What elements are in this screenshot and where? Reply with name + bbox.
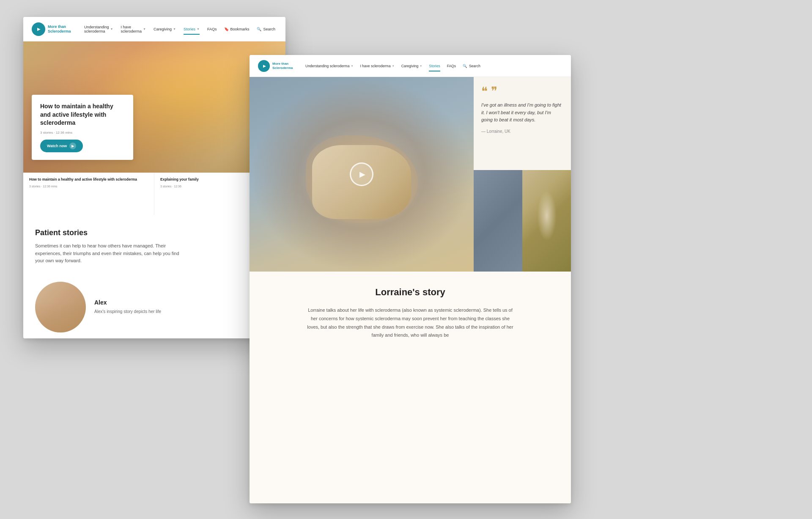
alex-name: Alex	[94, 299, 161, 306]
patient-stories-heading: Patient stories	[35, 228, 274, 237]
nav-item-bookmarks-back[interactable]: 🔖 Bookmarks	[224, 27, 249, 31]
chevron-icon: ▼	[173, 27, 176, 30]
quote-marks-icon: ❝ ❞	[481, 85, 563, 97]
nav-item-understanding-back[interactable]: Understandingscleroderma ▼	[84, 25, 113, 33]
watch-now-button[interactable]: Watch now	[40, 140, 83, 152]
bookmark-icon: 🔖	[224, 27, 229, 31]
story-title: Lorraine's story	[261, 287, 559, 298]
search-icon: 🔍	[257, 27, 261, 31]
quote-panel: ❝ ❞ I've got an illness and I'm going to…	[474, 77, 571, 170]
alex-avatar	[35, 282, 86, 332]
nav-back: More than Scleroderma Understandingscler…	[23, 17, 285, 41]
hero-layout: ❝ ❞ I've got an illness and I'm going to…	[250, 77, 571, 272]
side-image-2	[522, 170, 571, 272]
nav-front: More than Scleroderma Understanding scle…	[250, 55, 571, 77]
nav-item-caregiving-back[interactable]: Caregiving ▼	[154, 27, 176, 31]
chevron-icon: ▼	[392, 65, 395, 67]
hero-front	[250, 77, 474, 272]
carousel-item-title-1: How to maintain a healthy and active lif…	[29, 177, 148, 182]
nav-item-stories-front[interactable]: Stories	[429, 62, 440, 70]
chevron-icon: ▼	[420, 65, 422, 67]
search-icon: 🔍	[463, 64, 467, 68]
main-content-front: Lorraine's story Lorraine talks about he…	[250, 272, 571, 503]
hero-title-back: How to maintain a healthy and active lif…	[40, 102, 125, 127]
nav-item-stories-back[interactable]: Stories ▼	[184, 27, 200, 31]
window-back: More than Scleroderma Understandingscler…	[23, 17, 285, 338]
nav-item-search-front[interactable]: 🔍 Search	[463, 64, 480, 68]
story-body: Lorraine talks about her life with scler…	[304, 306, 516, 340]
chevron-icon: ▼	[110, 27, 113, 30]
carousel-strip: How to maintain a healthy and active lif…	[23, 173, 285, 215]
scene: More than Scleroderma Understandingscler…	[0, 0, 812, 519]
carousel-item-1[interactable]: How to maintain a healthy and active lif…	[23, 173, 154, 215]
hero-meta-back: 3 stories · 12:36 mins	[40, 131, 125, 135]
side-image-1	[474, 170, 522, 272]
nav-item-caregiving-front[interactable]: Caregiving ▼	[401, 62, 422, 70]
logo-text-front: More than Scleroderma	[272, 62, 293, 70]
alex-info: Alex Alex's inspiring story depicts her …	[94, 299, 161, 315]
alex-section: Alex Alex's inspiring story depicts her …	[23, 273, 285, 338]
nav-item-faqs-back[interactable]: FAQs	[207, 27, 217, 31]
logo-back[interactable]: More than Scleroderma	[32, 22, 74, 36]
quote-text: I've got an illness and I'm going to fig…	[481, 102, 563, 124]
hero-back: How to maintain a healthy and active lif…	[23, 41, 285, 173]
nav-item-understanding-front[interactable]: Understanding scleroderma ▼	[305, 62, 353, 70]
nav-links-back: Understandingscleroderma ▼ I havesclerod…	[84, 25, 277, 33]
hero-card-back: How to maintain a healthy and active lif…	[32, 95, 133, 160]
window-front: More than Scleroderma Understanding scle…	[250, 55, 571, 503]
logo-text-back: More than Scleroderma	[48, 25, 71, 34]
side-images	[474, 170, 571, 272]
nav-item-ihave-back[interactable]: I havescleroderma ▼	[121, 25, 145, 33]
carousel-item-meta-1: 3 stories · 12:36 mins	[29, 185, 148, 188]
logo-icon-back	[32, 22, 45, 36]
chevron-icon: ▼	[351, 65, 353, 67]
nav-item-search-back[interactable]: 🔍 Search	[257, 27, 275, 31]
logo-front[interactable]: More than Scleroderma	[258, 60, 296, 72]
patient-stories-body: Sometimes it can help to hear how others…	[35, 242, 187, 265]
alex-description: Alex's inspiring story depicts her life	[94, 308, 161, 315]
patient-stories-section: Patient stories Sometimes it can help to…	[23, 215, 285, 273]
right-panel: ❝ ❞ I've got an illness and I'm going to…	[474, 77, 571, 272]
quote-author: — Lorraine, UK	[481, 129, 563, 134]
nav-item-faqs-front[interactable]: FAQs	[447, 62, 456, 70]
nav-item-ihave-front[interactable]: I have scleroderma ▼	[360, 62, 394, 70]
chevron-icon: ▼	[143, 27, 146, 30]
logo-icon-front	[258, 60, 270, 72]
chevron-icon: ▼	[197, 27, 200, 30]
nav-links-front: Understanding scleroderma ▼ I have scler…	[305, 62, 562, 70]
play-button-overlay[interactable]	[350, 162, 373, 186]
